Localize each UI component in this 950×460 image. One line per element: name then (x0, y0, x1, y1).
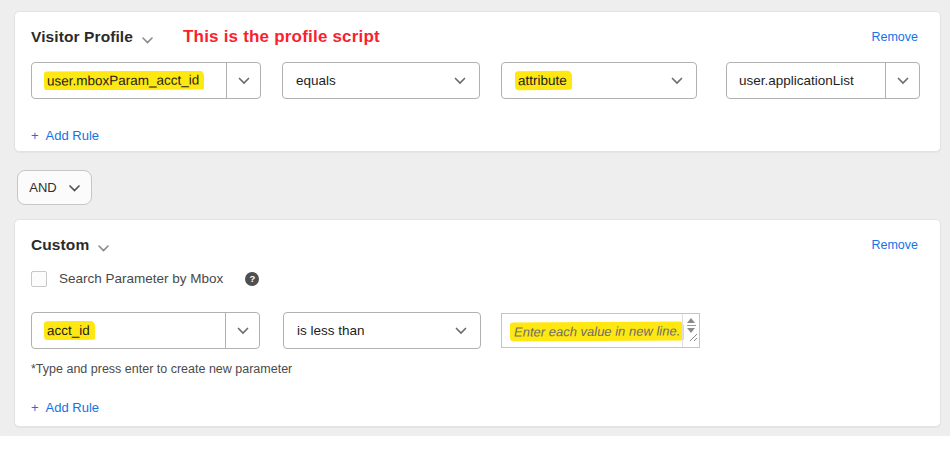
chevron-down-icon[interactable] (142, 30, 153, 48)
custom-operator-select[interactable]: is less than (283, 312, 481, 349)
add-rule-link[interactable]: + Add Rule (31, 400, 99, 415)
search-parameter-label: Search Parameter by Mbox (59, 271, 223, 286)
operator-value: equals (296, 73, 336, 88)
spinner-divider (687, 325, 696, 326)
chevron-down-icon (69, 180, 80, 195)
add-rule-link[interactable]: + Add Rule (31, 128, 99, 143)
chevron-down-icon (671, 73, 683, 88)
target-attribute-caret[interactable] (885, 63, 919, 98)
chevron-down-icon (454, 73, 466, 88)
resize-handle-icon[interactable] (689, 328, 698, 346)
help-icon[interactable]: ? (245, 272, 259, 286)
custom-parameter-combobox[interactable]: acct_id (31, 312, 260, 349)
remove-visitor-profile-link[interactable]: Remove (871, 30, 918, 44)
custom-add-rule-row: + Add Rule (31, 400, 924, 415)
target-attribute-value: user.applicationList (727, 73, 885, 88)
custom-operator-value: is less than (297, 323, 365, 338)
plus-icon: + (31, 400, 39, 415)
visitor-profile-card: Visitor Profile This is the profile scri… (14, 11, 941, 152)
custom-parameter-caret[interactable] (225, 313, 259, 348)
combiner-dropdown[interactable]: AND (17, 170, 92, 205)
visitor-profile-rule-row: user.mboxParam_acct_id equals attribute (31, 62, 924, 99)
chevron-down-icon (455, 323, 467, 338)
plus-icon: + (31, 128, 39, 143)
remove-custom-link[interactable]: Remove (871, 238, 918, 252)
add-rule-label: Add Rule (46, 400, 99, 415)
profile-script-annotation: This is the profile script (183, 27, 380, 47)
parameter-combobox[interactable]: user.mboxParam_acct_id (31, 62, 261, 99)
value-textarea-placeholder: Enter each value in new line. (510, 322, 684, 341)
chevron-down-icon (897, 73, 909, 88)
parameter-combobox-caret[interactable] (226, 63, 260, 98)
audience-rule-builder: Visitor Profile This is the profile scri… (0, 0, 950, 436)
combiner-label: AND (29, 180, 56, 195)
chevron-down-icon[interactable] (98, 238, 109, 256)
custom-title: Custom (31, 236, 89, 254)
visitor-profile-title: Visitor Profile (31, 28, 133, 46)
target-attribute-combobox[interactable]: user.applicationList (726, 62, 920, 99)
visitor-profile-add-rule-row: + Add Rule (31, 128, 924, 143)
value-type-value: attribute (515, 71, 572, 90)
custom-rule-row: acct_id is less than Enter each value in… (31, 312, 924, 349)
value-textarea[interactable]: Enter each value in new line. (501, 313, 700, 348)
parameter-footnote: *Type and press enter to create new para… (31, 362, 924, 376)
custom-parameter-value: acct_id (32, 321, 225, 340)
search-parameter-checkbox[interactable] (31, 271, 47, 287)
add-rule-label: Add Rule (46, 128, 99, 143)
value-type-select[interactable]: attribute (501, 62, 697, 99)
operator-select[interactable]: equals (282, 62, 480, 99)
chevron-down-icon (237, 323, 249, 338)
visitor-profile-header: Visitor Profile This is the profile scri… (31, 25, 924, 49)
parameter-value: user.mboxParam_acct_id (32, 71, 226, 90)
mbox-checkbox-row: Search Parameter by Mbox ? (31, 270, 924, 287)
spinner-up-icon[interactable] (687, 318, 695, 323)
chevron-down-icon (238, 73, 250, 88)
custom-card: Custom Remove Search Parameter by Mbox ?… (14, 219, 941, 427)
custom-header: Custom Remove (31, 233, 924, 257)
